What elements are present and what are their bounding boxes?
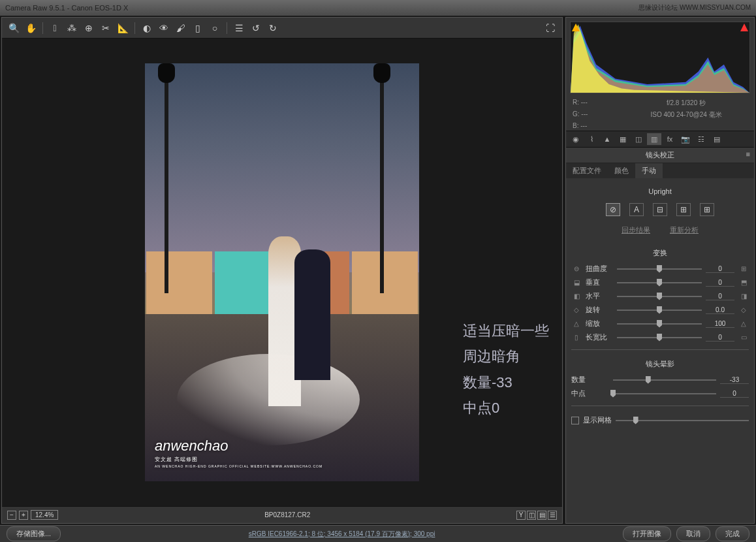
upright-vertical-button[interactable]: ⊞ — [676, 203, 691, 216]
spot-removal-icon[interactable]: ◐ — [139, 20, 155, 36]
horizontal-max-icon: ◨ — [738, 292, 749, 301]
zoom-tool-icon[interactable]: 🔍 — [6, 20, 22, 36]
reanalyze-link[interactable]: 重新分析 — [670, 225, 699, 235]
panel-tabs: ◉ ⌇ ▲ ▦ ◫ ▥ fx 📷 ☷ ▤ — [566, 131, 754, 148]
panel-title: 镜头校正 ≡ — [566, 148, 754, 163]
lens-tab-icon[interactable]: ▥ — [647, 133, 661, 145]
zoom-in-button[interactable]: + — [19, 511, 28, 520]
transform-label: 变换 — [571, 244, 749, 262]
cancel-button[interactable]: 取消 — [676, 526, 710, 541]
r-value: R: --- — [573, 99, 625, 108]
aspect-slider[interactable]: ▯ 长宽比 0 ▭ — [571, 330, 749, 344]
upright-off-button[interactable]: ⊘ — [606, 203, 620, 216]
basic-tab-icon[interactable]: ◉ — [569, 133, 583, 145]
vertical-slider[interactable]: ⬓ 垂直 0 ⬒ — [571, 276, 749, 289]
g-value: G: --- — [573, 110, 625, 120]
annotation-overlay: 适当压暗一些 周边暗角 数量-33 中点0 — [463, 318, 549, 421]
hand-tool-icon[interactable]: ✋ — [23, 20, 39, 36]
titlebar: Camera Raw 9.5.1 - Canon EOS-1D X 思缘设计论坛… — [0, 0, 756, 16]
site-watermark: 思缘设计论坛 WWW.MISSYUAN.COM — [638, 3, 751, 12]
b-value: B: --- — [573, 122, 625, 129]
split-tab-icon[interactable]: ◫ — [631, 133, 646, 145]
settings-icon[interactable]: ☰ — [548, 511, 557, 520]
window-title: Camera Raw 9.5.1 - Canon EOS-1D X — [5, 4, 128, 12]
presets-icon[interactable]: ☰ — [231, 20, 247, 36]
rotate-min-icon: ◇ — [571, 306, 582, 315]
distortion-min-icon: ⊖ — [571, 264, 582, 274]
vignette-amount-slider[interactable]: 数量 -33 — [571, 373, 749, 387]
fullscreen-icon[interactable]: ⛶ — [543, 20, 558, 36]
preview-image: anwenchao 安文超 高端修图 AN WENCHAO HIGH-END G… — [145, 63, 419, 481]
upright-label: Upright — [571, 183, 749, 199]
right-panel: R: --- f/2.8 1/320 秒 G: --- ISO 400 24-7… — [565, 17, 755, 524]
white-balance-icon[interactable]: 𖠊 — [47, 20, 63, 36]
panel-content: Upright ⊘ A ⊟ ⊞ ⊞ 回步结果 重新分析 变换 ⊖ 扭曲度 0 ⊞ — [566, 178, 754, 523]
target-adjust-icon[interactable]: ⊕ — [81, 20, 97, 36]
horizontal-slider[interactable]: ◧ 水平 0 ◨ — [571, 289, 749, 303]
show-grid-row[interactable]: 显示网格 — [571, 411, 749, 429]
upright-full-button[interactable]: ⊞ — [700, 203, 714, 216]
compare-before-icon[interactable]: ▤ — [537, 511, 546, 520]
straighten-icon[interactable]: 📐 — [115, 20, 131, 36]
filename-label: BP0Z8127.CR2 — [65, 511, 510, 518]
crop-tool-icon[interactable]: ✂ — [98, 20, 114, 36]
distortion-max-icon: ⊞ — [738, 264, 749, 274]
exposure-info: f/2.8 1/320 秒 — [625, 99, 748, 108]
camera-tab-icon[interactable]: 📷 — [678, 133, 693, 145]
scale-max-icon: △ — [738, 319, 749, 328]
vertical-max-icon: ⬒ — [738, 278, 749, 287]
canvas-area[interactable]: anwenchao 安文超 高端修图 AN WENCHAO HIGH-END G… — [2, 39, 562, 506]
bottom-bar: 存储图像... sRGB IEC61966-2.1; 8 位; 3456 x 5… — [0, 525, 756, 542]
iso-info: ISO 400 24-70@24 毫米 — [625, 110, 748, 120]
vignette-label: 镜头晕影 — [571, 355, 749, 373]
aspect-min-icon: ▯ — [571, 333, 582, 342]
main-area: 🔍 ✋ 𖠊 ⁂ ⊕ ✂ 📐 ◐ 👁 🖌 ▯ ○ ☰ ↺ ↻ ⛶ — [0, 16, 756, 525]
save-image-button[interactable]: 存储图像... — [7, 526, 61, 541]
upright-auto-button[interactable]: A — [629, 203, 644, 216]
scale-min-icon: △ — [571, 319, 582, 328]
fx-tab-icon[interactable]: fx — [663, 133, 677, 145]
rotate-ccw-icon[interactable]: ↺ — [248, 20, 264, 36]
detail-tab-icon[interactable]: ▲ — [600, 133, 614, 145]
snapshots-tab-icon[interactable]: ▤ — [710, 133, 724, 145]
gradient-icon[interactable]: ▯ — [190, 20, 206, 36]
zoom-out-button[interactable]: − — [7, 511, 16, 520]
sub-tabs: 配置文件 颜色 手动 — [566, 163, 754, 178]
tab-color[interactable]: 颜色 — [608, 163, 635, 178]
panel-menu-icon[interactable]: ≡ — [746, 150, 750, 158]
rotate-cw-icon[interactable]: ↻ — [265, 20, 281, 36]
histogram[interactable] — [570, 22, 750, 93]
compare-split-icon[interactable]: ◫ — [527, 511, 536, 520]
open-image-button[interactable]: 打开图像 — [623, 526, 671, 541]
horizontal-min-icon: ◧ — [571, 292, 582, 301]
hsl-tab-icon[interactable]: ▦ — [616, 133, 630, 145]
tab-profile[interactable]: 配置文件 — [566, 163, 608, 178]
rotate-slider[interactable]: ◇ 旋转 0.0 ◇ — [571, 303, 749, 317]
presets-tab-icon[interactable]: ☷ — [694, 133, 708, 145]
compare-y-icon[interactable]: Y — [516, 511, 526, 520]
show-grid-label: 显示网格 — [583, 415, 612, 425]
zoom-bar: − + 12.4% BP0Z8127.CR2 Y ◫ ▤ ☰ — [2, 506, 562, 523]
color-space-info[interactable]: sRGB IEC61966-2.1; 8 位; 3456 x 5184 (17.… — [67, 530, 616, 539]
radial-icon[interactable]: ○ — [207, 20, 223, 36]
rotate-max-icon: ◇ — [738, 306, 749, 315]
curve-tab-icon[interactable]: ⌇ — [584, 133, 599, 145]
sync-results-link[interactable]: 回步结果 — [622, 225, 650, 235]
aspect-max-icon: ▭ — [738, 333, 749, 342]
preview-pane: 🔍 ✋ 𖠊 ⁂ ⊕ ✂ 📐 ◐ 👁 🖌 ▯ ○ ☰ ↺ ↻ ⛶ — [1, 17, 563, 524]
vignette-midpoint-slider[interactable]: 中点 0 — [571, 387, 749, 400]
photo-watermark: anwenchao 安文超 高端修图 AN WENCHAO HIGH-END G… — [155, 438, 323, 468]
zoom-value[interactable]: 12.4% — [31, 510, 58, 520]
show-grid-checkbox[interactable] — [571, 417, 579, 424]
vertical-min-icon: ⬓ — [571, 278, 582, 287]
tab-manual[interactable]: 手动 — [635, 163, 663, 178]
brush-icon[interactable]: 🖌 — [173, 20, 189, 36]
toolbar: 🔍 ✋ 𖠊 ⁂ ⊕ ✂ 📐 ◐ 👁 🖌 ▯ ○ ☰ ↺ ↻ ⛶ — [2, 18, 562, 39]
redeye-icon[interactable]: 👁 — [156, 20, 172, 36]
color-sampler-icon[interactable]: ⁂ — [64, 20, 80, 36]
scale-slider[interactable]: △ 缩放 100 △ — [571, 317, 749, 330]
upright-level-button[interactable]: ⊟ — [653, 203, 667, 216]
distortion-slider[interactable]: ⊖ 扭曲度 0 ⊞ — [571, 262, 749, 276]
done-button[interactable]: 完成 — [716, 526, 749, 541]
